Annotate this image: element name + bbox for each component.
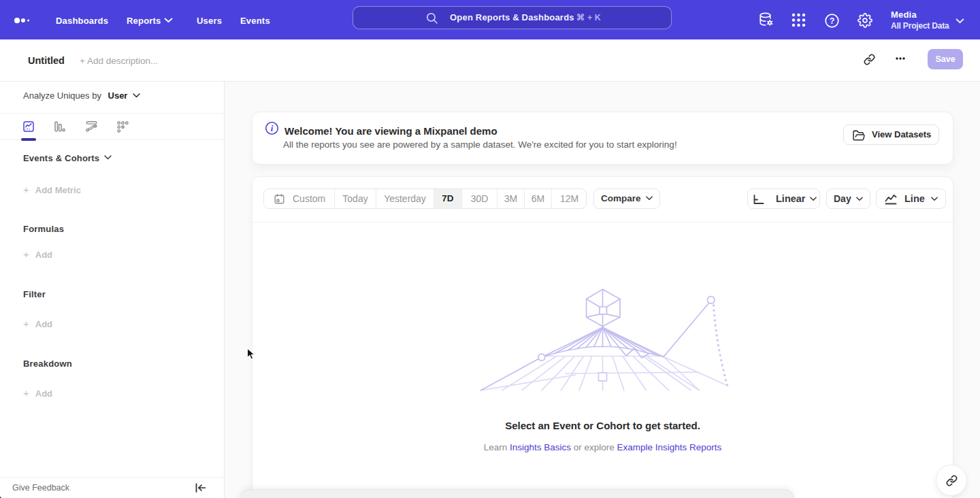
- svg-text:?: ?: [830, 16, 835, 26]
- svg-text:i: i: [271, 123, 274, 133]
